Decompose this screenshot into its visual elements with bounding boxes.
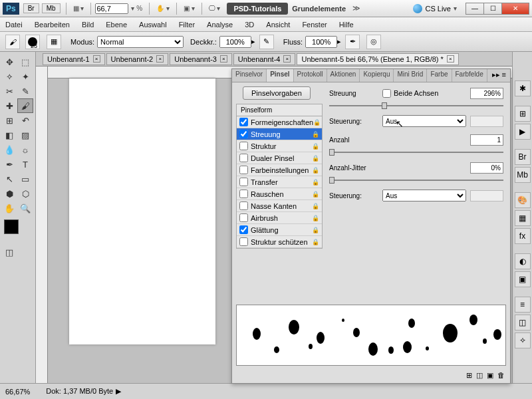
heal-tool[interactable]: ✚	[1, 98, 17, 113]
dock-layers-icon[interactable]: ≡	[515, 297, 531, 313]
lock-icon[interactable]: 🔒	[312, 203, 319, 209]
dock-adjust-icon[interactable]: ◐	[515, 253, 531, 269]
lock-icon[interactable]: 🔒	[312, 191, 319, 198]
path-tool[interactable]: ↖	[1, 172, 17, 186]
scatter-input[interactable]	[470, 88, 503, 99]
cslive-label[interactable]: CS Live	[425, 5, 451, 13]
panel-icon[interactable]: ◫	[476, 371, 483, 380]
menu-3d[interactable]: 3D	[245, 21, 254, 29]
bridge-btn[interactable]: Br	[23, 3, 39, 13]
lock-icon[interactable]: 🔒	[312, 227, 319, 233]
status-zoom[interactable]: 66,67%	[5, 388, 30, 396]
lock-icon[interactable]: 🔒	[312, 215, 319, 221]
control-select[interactable]: Aus	[382, 115, 466, 127]
wand-tool[interactable]: ✦	[17, 69, 33, 84]
shape-tool[interactable]: ▭	[17, 172, 33, 186]
menu-hilfe[interactable]: Hilfe	[339, 21, 354, 29]
menu-ansicht[interactable]: Ansicht	[266, 21, 290, 29]
tool-preset[interactable]: 🖌	[5, 35, 20, 49]
count-input[interactable]	[470, 134, 503, 146]
history-brush-tool[interactable]: ↶	[17, 113, 33, 128]
doc-tab-3[interactable]: Unbenannt-3×	[170, 53, 232, 65]
type-tool[interactable]: T	[17, 157, 33, 172]
workspace-name[interactable]: Grundelemente	[292, 5, 346, 13]
tablet-opacity-icon[interactable]: ✎	[259, 35, 274, 49]
row-checkbox[interactable]	[239, 178, 248, 186]
panel-tab-pinsel[interactable]: Pinsel	[267, 69, 293, 82]
dock-mb-icon[interactable]: Mb	[515, 167, 531, 183]
status-dok[interactable]: Dok: 1,37 MB/0 Byte▶	[46, 387, 121, 396]
brush-option-row[interactable]: Transfer🔒	[237, 176, 322, 188]
zoom-tool[interactable]: 🔍	[17, 201, 33, 215]
brush-shape-header[interactable]: Pinselform	[237, 104, 322, 116]
menu-bearbeiten[interactable]: Bearbeiten	[35, 21, 70, 29]
brush-option-row[interactable]: Nasse Kanten🔒	[237, 200, 322, 212]
scatter-slider[interactable]	[329, 102, 503, 109]
brush-option-row[interactable]: Formeigenschaften🔒	[237, 116, 322, 128]
3d-cam-tool[interactable]: ⬡	[17, 186, 33, 201]
brush-option-row[interactable]: Struktur🔒	[237, 140, 322, 152]
close-icon[interactable]: ×	[93, 55, 100, 63]
panel-tab[interactable]: Pinselvor	[232, 69, 267, 82]
chevrons-icon[interactable]: ≫	[352, 4, 360, 13]
close-icon[interactable]: ×	[447, 55, 454, 63]
close-btn[interactable]: ✕	[501, 3, 529, 15]
dock-swatches-icon[interactable]: ▦	[515, 210, 531, 226]
lock-icon[interactable]: 🔒	[312, 131, 319, 138]
canvas[interactable]	[69, 78, 215, 344]
close-icon[interactable]: ×	[156, 55, 164, 63]
doc-tab-4[interactable]: Unbenannt-4×	[233, 53, 296, 65]
eyedropper-tool[interactable]: ✎	[17, 84, 33, 98]
lock-icon[interactable]: 🔒	[312, 179, 319, 186]
ruler-vertical[interactable]	[36, 66, 48, 383]
opacity-input[interactable]	[219, 36, 251, 48]
panel-tab[interactable]: Protokoll	[294, 69, 327, 82]
doc-tab-2[interactable]: Unbenannt-2×	[106, 53, 169, 65]
row-checkbox[interactable]	[239, 213, 248, 222]
maximize-btn[interactable]: ☐	[483, 3, 502, 15]
jitter-slider[interactable]	[329, 177, 503, 184]
menu-bild[interactable]: Bild	[82, 21, 94, 29]
lock-icon[interactable]: 🔒	[312, 143, 319, 150]
panel-tab[interactable]: Mini Brid	[394, 69, 427, 82]
marquee-tool[interactable]: ⬚	[17, 55, 33, 69]
flow-input[interactable]	[305, 36, 337, 48]
close-icon[interactable]: ×	[220, 55, 227, 63]
menu-datei[interactable]: Datei	[5, 21, 23, 29]
lock-icon[interactable]: 🔒	[312, 155, 319, 162]
move-tool[interactable]: ✥	[1, 55, 17, 69]
eraser-tool[interactable]: ◧	[1, 128, 17, 142]
brush-option-row[interactable]: Farbeinstellungen🔒	[237, 164, 322, 176]
dock-paths-icon[interactable]: ✧	[515, 332, 531, 348]
row-checkbox[interactable]	[239, 118, 248, 126]
panel-tab[interactable]: Kopierqu	[360, 69, 394, 82]
dock-clone-icon[interactable]: ⊞	[515, 106, 531, 122]
panel-tab[interactable]: Aktionen	[327, 69, 360, 82]
panel-tab[interactable]: Farbe	[427, 69, 452, 82]
quickmask-tool[interactable]: ◫	[1, 245, 17, 259]
menu-auswahl[interactable]: Auswahl	[139, 21, 167, 29]
new-preset-icon[interactable]: ▣	[487, 371, 493, 380]
panel-tab[interactable]: Farbfelde	[452, 69, 487, 82]
dock-channels-icon[interactable]: ◫	[515, 315, 531, 331]
gradient-tool[interactable]: ▨	[17, 128, 33, 142]
dodge-tool[interactable]: ☼	[17, 142, 33, 157]
mode-select[interactable]: Normal	[97, 36, 184, 48]
minibridge-btn[interactable]: Mb	[42, 3, 61, 13]
pen-tool[interactable]: ✒	[1, 157, 17, 172]
panel-icon[interactable]: ⊞	[466, 371, 472, 380]
arrange-icon[interactable]: ▣ ▾	[184, 5, 195, 12]
minimize-btn[interactable]: —	[466, 3, 484, 15]
close-icon[interactable]: ×	[283, 55, 291, 63]
row-checkbox[interactable]	[239, 166, 248, 174]
lock-icon[interactable]: 🔒	[312, 239, 319, 245]
brush-panel-toggle[interactable]: ▦	[47, 35, 61, 49]
trash-icon[interactable]: 🗑	[497, 371, 505, 380]
zoom-input[interactable]	[95, 3, 128, 14]
brush-option-row[interactable]: Glättung🔒	[237, 224, 322, 236]
dock-bridge-icon[interactable]: Br	[515, 149, 531, 165]
control2-select[interactable]: Aus	[382, 190, 466, 201]
menu-ebene[interactable]: Ebene	[106, 21, 127, 29]
row-checkbox[interactable]	[239, 201, 248, 210]
dock-brush-icon[interactable]: ✱	[515, 80, 531, 96]
